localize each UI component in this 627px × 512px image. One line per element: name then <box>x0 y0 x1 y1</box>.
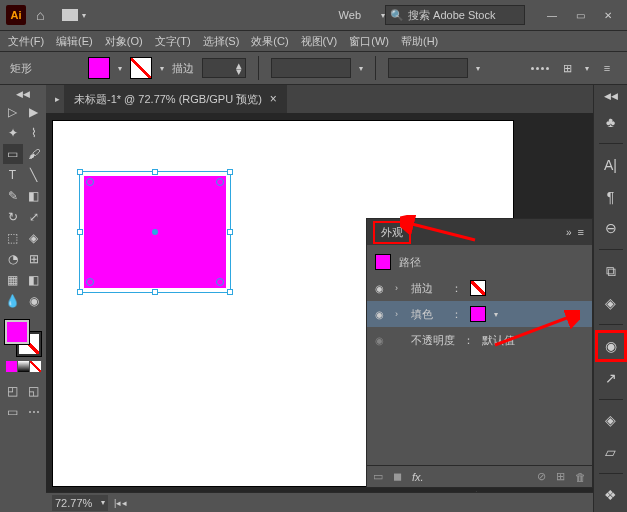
perspective-tool[interactable]: ⊞ <box>24 249 44 269</box>
gradient-tool[interactable]: ◧ <box>24 270 44 290</box>
color-mode-gradient[interactable] <box>18 361 29 372</box>
appearance-stroke-row[interactable]: ◉ › 描边 ： <box>367 275 592 301</box>
menu-window[interactable]: 窗口(W) <box>349 34 389 49</box>
lasso-tool[interactable]: ⌇ <box>24 123 44 143</box>
graphic-styles-icon[interactable]: ↗ <box>600 367 622 389</box>
menu-file[interactable]: 文件(F) <box>8 34 44 49</box>
resize-handle[interactable] <box>77 229 83 235</box>
free-transform-tool[interactable]: ◈ <box>24 228 44 248</box>
collapse-icon[interactable]: ▸ <box>50 92 64 106</box>
stroke-label[interactable]: 描边 <box>172 61 194 76</box>
glyphs-icon[interactable]: ⊖ <box>600 217 622 239</box>
layout-dropdown[interactable]: ▾ <box>62 9 86 21</box>
color-mode-solid[interactable] <box>6 361 17 372</box>
selected-rectangle[interactable] <box>79 171 231 293</box>
maximize-button[interactable]: ▭ <box>567 6 593 24</box>
type-tool[interactable]: T <box>3 165 23 185</box>
duplicate-icon[interactable]: ⊞ <box>556 470 565 483</box>
visibility-icon[interactable]: ◉ <box>375 309 387 320</box>
blend-tool[interactable]: ◉ <box>24 291 44 311</box>
color-picker[interactable] <box>5 320 41 356</box>
appearance-opacity-row[interactable]: ◉ 不透明度 ： 默认值 <box>367 327 592 353</box>
chevron-down-icon[interactable]: ▾ <box>585 64 589 73</box>
chevron-down-icon[interactable]: ▾ <box>476 64 480 73</box>
draw-mode-icon[interactable]: ◰ <box>3 381 23 401</box>
rotate-tool[interactable]: ↻ <box>3 207 23 227</box>
visibility-icon[interactable]: ◉ <box>375 335 387 346</box>
resize-handle[interactable] <box>77 169 83 175</box>
zoom-input[interactable]: 72.77% ▾ <box>52 495 108 511</box>
edit-toolbar-icon[interactable]: ⋯ <box>24 402 44 422</box>
artboard-nav[interactable]: |◂◂ <box>114 498 127 508</box>
panel-menu-icon[interactable]: ≡ <box>597 58 617 78</box>
rectangle-tool[interactable]: ▭ <box>3 144 23 164</box>
cc-libraries-icon[interactable]: ♣ <box>600 111 622 133</box>
center-point[interactable] <box>152 229 158 235</box>
workspace-label[interactable]: Web <box>339 9 361 21</box>
chevron-right-icon[interactable]: › <box>395 283 403 293</box>
selection-tool[interactable]: ▷ <box>3 102 23 122</box>
stroke-swatch[interactable] <box>130 57 152 79</box>
paragraph-icon[interactable]: ¶ <box>600 186 622 208</box>
panel-menu-icon[interactable]: ≡ <box>578 226 584 238</box>
add-stroke-icon[interactable]: ▭ <box>373 470 383 483</box>
eyedropper-tool[interactable]: 💧 <box>3 291 23 311</box>
resize-handle[interactable] <box>227 229 233 235</box>
chevron-down-icon[interactable]: ▾ <box>118 64 122 73</box>
color-icon[interactable]: ◈ <box>600 292 622 314</box>
search-input[interactable]: 🔍 搜索 Adobe Stock <box>385 5 525 25</box>
resize-handle[interactable] <box>227 289 233 295</box>
corner-widget[interactable] <box>86 178 94 186</box>
fill-swatch[interactable] <box>470 306 486 322</box>
more-options-icon[interactable] <box>531 67 549 70</box>
shape-builder-tool[interactable]: ◔ <box>3 249 23 269</box>
appearance-panel-title[interactable]: 外观 <box>375 223 409 242</box>
collapse-icon[interactable]: ◀◀ <box>604 91 618 101</box>
chevron-down-icon[interactable]: ▾ <box>160 64 164 73</box>
pencil-tool[interactable]: ✎ <box>3 186 23 206</box>
collapse-icon[interactable]: ◀◀ <box>16 89 30 99</box>
magic-wand-tool[interactable]: ✦ <box>3 123 23 143</box>
add-fill-icon[interactable]: ◼ <box>393 470 402 483</box>
appearance-panel-button[interactable]: ◉ <box>600 335 622 357</box>
layers-icon[interactable]: ◈ <box>600 410 622 432</box>
corner-widget[interactable] <box>216 278 224 286</box>
paintbrush-tool[interactable]: 🖌 <box>24 144 44 164</box>
chevron-down-icon[interactable]: ▾ <box>494 310 498 319</box>
width-tool[interactable]: ⬚ <box>3 228 23 248</box>
brush-input[interactable] <box>271 58 351 78</box>
links-icon[interactable]: ⧉ <box>600 260 622 282</box>
document-tab[interactable]: 未标题-1* @ 72.77% (RGB/GPU 预览) × <box>64 85 287 113</box>
minimize-button[interactable]: — <box>539 6 565 24</box>
corner-widget[interactable] <box>216 178 224 186</box>
screen-mode-icon[interactable]: ▭ <box>3 402 23 422</box>
panel-expand-icon[interactable]: » <box>566 227 572 238</box>
close-button[interactable]: ✕ <box>595 6 621 24</box>
chevron-right-icon[interactable]: › <box>395 309 403 319</box>
style-input[interactable] <box>388 58 468 78</box>
eraser-tool[interactable]: ◧ <box>24 186 44 206</box>
menu-select[interactable]: 选择(S) <box>203 34 240 49</box>
fill-swatch[interactable] <box>88 57 110 79</box>
clear-icon[interactable]: ⊘ <box>537 470 546 483</box>
direct-selection-tool[interactable]: ▶ <box>24 102 44 122</box>
visibility-icon[interactable]: ◉ <box>375 283 387 294</box>
scale-tool[interactable]: ⤢ <box>24 207 44 227</box>
character-icon[interactable]: A| <box>600 154 622 176</box>
appearance-fill-row[interactable]: ◉ › 填色 ： ▾ <box>367 301 592 327</box>
color-mode-none[interactable] <box>30 361 41 372</box>
align-icon[interactable]: ⊞ <box>557 58 577 78</box>
resize-handle[interactable] <box>227 169 233 175</box>
menu-effect[interactable]: 效果(C) <box>251 34 288 49</box>
menu-edit[interactable]: 编辑(E) <box>56 34 93 49</box>
artboards-icon[interactable]: ▱ <box>600 441 622 463</box>
delete-icon[interactable]: 🗑 <box>575 471 586 483</box>
chevron-down-icon[interactable]: ▾ <box>359 64 363 73</box>
menu-type[interactable]: 文字(T) <box>155 34 191 49</box>
add-effect-icon[interactable]: fx. <box>412 471 424 483</box>
resize-handle[interactable] <box>152 169 158 175</box>
mesh-tool[interactable]: ▦ <box>3 270 23 290</box>
appearance-object-row[interactable]: 路径 <box>367 249 592 275</box>
stroke-swatch[interactable] <box>470 280 486 296</box>
close-tab-icon[interactable]: × <box>270 92 277 106</box>
